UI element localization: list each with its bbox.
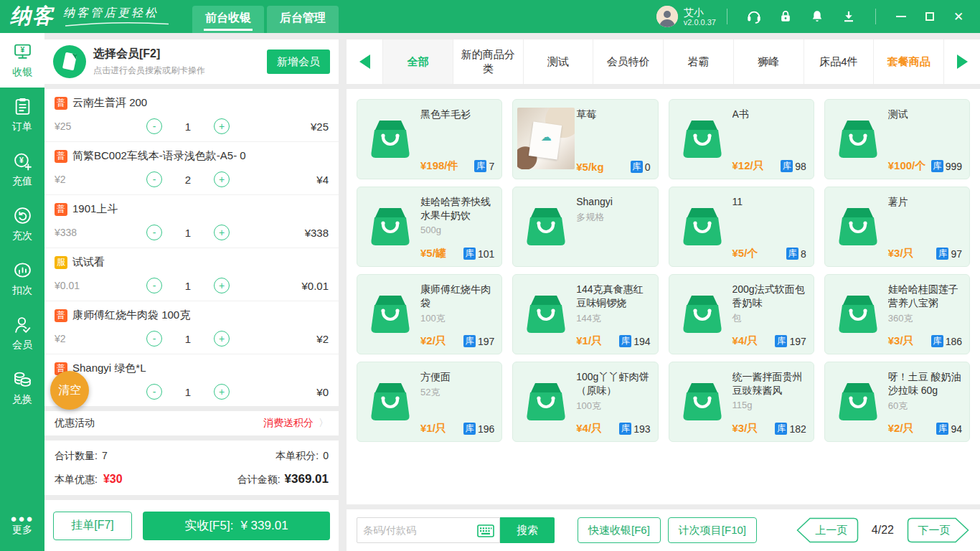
close-button[interactable]: ✕ [948,6,969,27]
minus-button[interactable]: - [146,118,162,134]
member-select-bar[interactable]: 选择会员[F2] 点击进行会员搜索或刷卡操作 新增会员 [44,39,339,84]
item-type-badge: 服 [55,256,67,269]
tab-front-cashier[interactable]: 前台收银 [192,6,264,33]
item-unit-price: ¥25 [55,121,146,132]
hold-order-button[interactable]: 挂单[F7] [53,512,132,540]
sidebar-item-recharge[interactable]: ¥ 充值 [0,142,44,197]
total-qty-value: 7 [102,450,108,461]
arrow-right-icon [957,55,968,69]
plus-button[interactable]: + [214,278,230,293]
product-image [672,104,732,173]
sidebar-item-cashier[interactable]: ¥ 收银 [0,33,44,88]
item-unit-price: ¥338 [55,227,146,238]
product-price: ¥5/kg [576,161,603,173]
cashier-icon: ¥ [12,42,32,62]
cart-item: 普 Shangyi 绿色*L - 1 + ¥0 [44,354,339,406]
product-card[interactable]: Shangyi 多规格 [512,187,658,267]
stock-badge: 库 [463,335,476,347]
quick-buttons: 快速收银[F6] 计次项目[F10] [578,517,757,543]
product-card[interactable]: 康师傅红烧牛肉袋 100克 ¥2/只 库 197 [357,274,502,354]
prev-page-button[interactable]: 上一页 [796,517,859,543]
stock-count: 186 [946,336,962,347]
minus-button[interactable]: - [146,225,162,240]
product-name: A书 [732,108,806,121]
quick-cashier-button[interactable]: 快速收银[F6] [578,517,661,543]
product-card[interactable]: 黑色羊毛衫 ¥198/件 库 7 [357,99,502,179]
plus-button[interactable]: + [214,118,230,134]
search-button[interactable]: 搜索 [500,517,555,543]
product-spec: 60克 [888,400,962,413]
minus-button[interactable]: - [146,278,162,293]
count-item-button[interactable]: 计次项目[F10] [668,517,757,543]
member-subtitle: 点击进行会员搜索或刷卡操作 [93,65,205,77]
product-card[interactable]: 100g丫丫虾肉饼（原味） 100克 ¥4/只 库 193 [512,362,658,442]
sidebar-item-exchange[interactable]: 兑换 [0,360,44,415]
product-card[interactable]: 娃哈哈营养快线 水果牛奶饮 500g ¥5/罐 库 101 [357,187,502,267]
plus-button[interactable]: + [214,225,230,240]
sidebar-item-more[interactable]: ●●●更多 [0,501,44,551]
category-tab[interactable]: 岩霸 [664,39,734,84]
category-next-button[interactable] [944,39,980,84]
product-card[interactable]: 草莓 ¥5/kg 库 0 [512,99,658,179]
product-stock: 库 197 [775,335,806,347]
keyboard-icon[interactable] [477,524,494,540]
category-tab[interactable]: 测试 [524,39,594,84]
category-tab[interactable]: 全部 [383,39,453,84]
item-unit-price: ¥2 [55,174,146,185]
minus-button[interactable]: - [146,331,162,347]
stock-count: 8 [801,248,806,260]
maximize-button[interactable] [920,6,940,27]
stock-count: 98 [795,161,806,172]
sidebar-item-member[interactable]: 会员 [0,306,44,360]
product-card[interactable]: 呀！土豆 酸奶油沙拉味 60g 60克 ¥2/只 库 94 [824,362,970,442]
product-card[interactable]: 200g法式软面包香奶味 包 ¥4/只 库 197 [669,274,814,354]
plus-button[interactable]: + [214,384,230,400]
product-image [360,279,420,348]
sidebar-item-times-deduct[interactable]: 扣次 [0,251,44,306]
product-card[interactable]: 娃哈哈桂圆莲子营养八宝粥 360克 ¥3/只 库 186 [824,274,970,354]
barcode-input[interactable] [363,524,475,536]
category-tab[interactable]: 会员特价 [593,39,664,84]
stock-badge: 库 [463,248,476,260]
category-tab[interactable]: 套餐商品 [874,39,943,84]
download-icon[interactable] [840,8,857,25]
minimize-button[interactable] [891,6,911,27]
avatar[interactable] [656,6,678,27]
product-card[interactable]: 薯片 ¥3/只 库 97 [824,187,970,267]
stock-badge: 库 [931,335,943,347]
product-card[interactable]: 测试 ¥100/个 库 999 [824,99,970,179]
clear-cart-button[interactable]: 清空 [50,371,89,410]
item-total: ¥0 [316,386,329,398]
product-name: Shangyi [576,195,650,209]
cart-item: 普 1901上斗 ¥338 - 1 + ¥338 [44,195,339,248]
add-member-button[interactable]: 新增会员 [267,50,330,74]
lock-icon[interactable] [777,8,794,25]
minus-button[interactable]: - [146,171,162,187]
exchange-icon [12,369,32,390]
support-icon[interactable] [745,8,763,25]
sidebar-item-times-recharge[interactable]: 充次 [0,197,44,251]
sidebar-item-orders[interactable]: 订单 [0,88,44,142]
product-stock: 库 7 [474,160,494,172]
next-page-button[interactable]: 下一页 [907,517,970,543]
category-tab[interactable]: 新的商品分类 [453,39,524,84]
plus-button[interactable]: + [214,171,230,187]
promo-bar[interactable]: 优惠活动 消费送积分 〉 [44,411,339,435]
product-card[interactable]: 统一酱拌面贵州豆豉辣酱风 115g ¥3/只 库 182 [669,362,814,442]
category-prev-button[interactable] [347,39,382,84]
product-card[interactable]: 144克真食惠红豆味铜锣烧 144克 ¥1/只 库 194 [512,274,658,354]
minus-button[interactable]: - [146,384,162,400]
tab-back-office[interactable]: 后台管理 [267,6,339,33]
product-card[interactable]: A书 ¥12/只 库 98 [669,99,814,179]
category-tab[interactable]: 狮峰 [734,39,804,84]
plus-button[interactable]: + [214,331,230,347]
product-card[interactable]: 11 ¥5/个 库 8 [669,187,814,267]
product-image [516,279,576,348]
product-card[interactable]: 方便面 52克 ¥1/只 库 196 [357,362,502,442]
category-tab[interactable]: 床品4件 [804,39,875,84]
pay-button[interactable]: 实收[F5]: ¥ 339.01 [143,512,330,540]
product-image [360,104,420,173]
item-name: 1901上斗 [72,202,118,216]
notification-icon[interactable] [809,8,826,25]
stock-badge: 库 [619,335,631,347]
